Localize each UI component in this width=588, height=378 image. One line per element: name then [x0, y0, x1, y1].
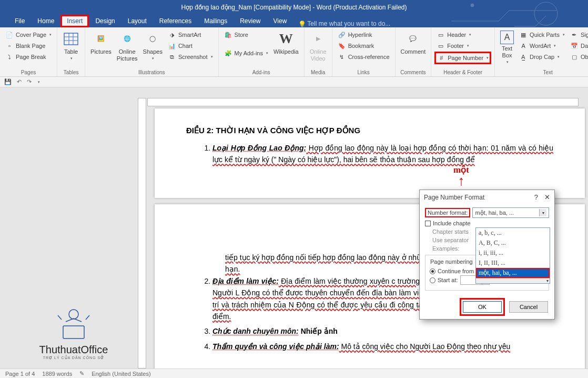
proofing-icon[interactable]: ✎: [79, 370, 84, 377]
smartart-button[interactable]: ⬗SmartArt: [166, 29, 215, 40]
object-icon: ▢: [570, 53, 579, 61]
comment-button[interactable]: 💬Comment: [399, 29, 428, 56]
group-label-links: Links: [336, 68, 392, 76]
group-links: 🔗Hyperlink 🔖Bookmark ↯Cross-reference Li…: [332, 27, 396, 76]
bookmark-button[interactable]: 🔖Bookmark: [336, 41, 392, 51]
tab-view[interactable]: View: [267, 15, 293, 27]
page-number-icon: #: [437, 54, 445, 62]
object-button[interactable]: ▢Obje: [568, 52, 588, 62]
chevron-down-icon[interactable]: ▾: [539, 209, 546, 216]
tab-insert[interactable]: Insert: [60, 15, 89, 27]
store-icon: 🛍️: [224, 31, 232, 39]
format-option[interactable]: a, b, c, ...: [476, 228, 550, 238]
group-label-comments: Comments: [399, 68, 428, 76]
screenshot-button[interactable]: ⧉Screenshot▾: [166, 52, 215, 62]
shapes-icon: ◯: [144, 31, 161, 47]
hyperlink-icon: 🔗: [338, 31, 346, 39]
help-icon[interactable]: ?: [534, 193, 538, 201]
quick-parts-button[interactable]: ▦Quick Parts▾: [517, 29, 567, 40]
number-format-dropdown-list: a, b, c, ... A, B, C, ... i, ii, iii, ..…: [475, 227, 550, 284]
number-format-select[interactable]: một, hai, ba, ... ▾: [472, 207, 549, 218]
drop-cap-button[interactable]: A̲Drop Cap▾: [517, 52, 567, 62]
page-number-button[interactable]: #Page Number▾: [434, 52, 491, 64]
tell-me-search[interactable]: 💡 Tell me what you want to do...: [298, 20, 390, 27]
table-button[interactable]: Table▾: [60, 29, 82, 62]
svg-rect-8: [63, 326, 84, 339]
online-pictures-button[interactable]: 🌐Online Pictures: [115, 29, 140, 63]
chart-icon: 📊: [168, 42, 176, 50]
video-icon: ▶: [310, 31, 327, 47]
pictures-icon: 🖼️: [93, 31, 109, 47]
doc-item-4: Thẩm quyền và công việc phải làm: Mô tả …: [212, 341, 553, 352]
tab-mailings[interactable]: Mailings: [198, 15, 234, 27]
cross-reference-button[interactable]: ↯Cross-reference: [336, 52, 392, 62]
status-page[interactable]: Page 1 of 4: [5, 371, 35, 377]
quickparts-icon: ▦: [519, 31, 528, 39]
save-icon[interactable]: 💾: [4, 78, 12, 85]
tab-home[interactable]: Home: [31, 15, 60, 27]
wikipedia-icon: W: [278, 31, 295, 47]
svg-line-10: [86, 315, 89, 320]
quick-access-bar: 💾 ↶ ↷ ▾: [0, 77, 588, 87]
footer-icon: ▭: [437, 42, 445, 50]
group-label-media: Media: [308, 68, 329, 76]
format-option-selected[interactable]: một, hai, ba, ...: [476, 268, 550, 278]
tab-review[interactable]: Review: [234, 15, 267, 27]
status-words[interactable]: 1889 words: [42, 371, 72, 377]
tab-references[interactable]: References: [153, 15, 198, 27]
hyperlink-button[interactable]: 🔗Hyperlink: [336, 29, 392, 40]
group-comments: 💬Comment Comments: [396, 27, 432, 76]
status-language[interactable]: English (United States): [92, 371, 151, 377]
wikipedia-button[interactable]: WWikipedia: [271, 29, 301, 56]
group-label-pages: Pages: [3, 68, 54, 76]
date-time-button[interactable]: 📅Date: [568, 41, 588, 51]
undo-icon[interactable]: ↶: [17, 78, 22, 85]
footer-button[interactable]: ▭Footer▾: [434, 41, 491, 51]
page-break-icon: ⤵: [5, 53, 14, 61]
svg-rect-2: [64, 33, 78, 45]
format-option[interactable]: I, II, III, ...: [476, 258, 550, 268]
datetime-icon: 📅: [570, 42, 579, 50]
page-break-button[interactable]: ⤵Page Break: [3, 52, 54, 62]
cancel-button[interactable]: Cancel: [509, 301, 548, 313]
header-button[interactable]: ▭Header▾: [434, 29, 491, 40]
textbox-icon: A: [500, 31, 514, 44]
chart-button[interactable]: 📊Chart: [166, 41, 215, 51]
my-addins-button[interactable]: 🧩My Add-ins▾: [222, 48, 270, 58]
blank-page-button[interactable]: ▫Blank Page: [3, 41, 54, 51]
format-option[interactable]: A, B, C, ...: [476, 238, 550, 248]
dropcap-icon: A̲: [519, 53, 528, 61]
up-arrow-icon: ↑: [453, 175, 469, 186]
tab-layout[interactable]: Layout: [121, 15, 153, 27]
redo-icon[interactable]: ↷: [27, 78, 32, 85]
include-chapter-checkbox[interactable]: [425, 221, 431, 226]
ribbon-tabs: File Home Insert Design Layout Reference…: [0, 15, 588, 27]
doc-heading: ĐIỀU 2: THỜI HẠN VÀ CÔNG VIỆC HỢP ĐỒNG: [186, 124, 553, 137]
qa-more-icon[interactable]: ▾: [38, 80, 40, 84]
wordart-button[interactable]: AWordArt▾: [517, 41, 567, 51]
pictures-button[interactable]: 🖼️Pictures: [88, 29, 114, 56]
doc-item-1: Loại Hợp Đồng Lao Động: Hợp đồng lao độn…: [212, 142, 553, 166]
annotation-arrow: một ↑: [453, 164, 469, 186]
shapes-button[interactable]: ◯Shapes▾: [141, 29, 165, 62]
title-bar: Hợp đồng lao động_Nam [Compatibility Mod…: [0, 0, 588, 15]
dialog-title-bar[interactable]: Page Number Format ? ✕: [420, 190, 554, 204]
addins-icon: 🧩: [224, 49, 232, 57]
group-tables: Table▾ Tables: [57, 27, 85, 76]
tab-design[interactable]: Design: [89, 15, 121, 27]
vertical-ruler[interactable]: [138, 98, 146, 369]
signature-line-button[interactable]: ✒Signa: [568, 29, 588, 40]
store-button[interactable]: 🛍️Store: [222, 29, 270, 40]
horizontal-ruler[interactable]: [147, 98, 579, 106]
text-box-button[interactable]: AText Box▾: [498, 29, 516, 66]
ribbon: 📄Cover Page▾ ▫Blank Page ⤵Page Break Pag…: [0, 27, 588, 77]
tab-file[interactable]: File: [8, 15, 31, 27]
crossref-icon: ↯: [338, 53, 346, 61]
cover-page-button[interactable]: 📄Cover Page▾: [3, 29, 54, 40]
window-title: Hợp đồng lao động_Nam [Compatibility Mod…: [181, 4, 407, 11]
ok-button[interactable]: OK: [463, 301, 502, 313]
close-icon[interactable]: ✕: [544, 193, 550, 201]
chevron-down-icon[interactable]: ▾: [476, 278, 550, 283]
format-option[interactable]: i, ii, iii, ...: [476, 248, 550, 258]
document-page-1[interactable]: ĐIỀU 2: THỜI HẠN VÀ CÔNG VIỆC HỢP ĐỒNG L…: [155, 108, 585, 198]
